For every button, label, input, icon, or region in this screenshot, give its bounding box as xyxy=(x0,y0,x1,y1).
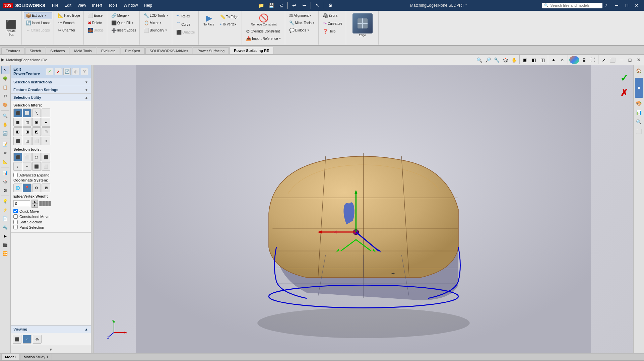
search-input[interactable] xyxy=(550,3,594,7)
lod-dd[interactable]: ▼ xyxy=(166,14,169,17)
lt-zoom-btn[interactable]: 🔍 xyxy=(1,112,9,120)
view-search-btn[interactable]: 🔎 xyxy=(484,56,492,64)
toolbar-btn-1[interactable]: 📁 xyxy=(257,1,265,10)
view-expand-btn[interactable]: ⛶ xyxy=(589,56,597,64)
view-transparent-btn[interactable]: ◎ xyxy=(33,335,42,344)
lt-motion-btn[interactable]: 🎬 xyxy=(1,241,9,249)
selection-instructions-header[interactable]: Selection Instructions ▼ xyxy=(11,78,91,86)
alignment-dd[interactable]: ▼ xyxy=(309,14,312,17)
view-close[interactable]: ✕ xyxy=(635,56,643,64)
toolbar-btn-3[interactable]: 🖨 xyxy=(277,1,285,10)
split-bar[interactable] xyxy=(91,65,94,353)
menu-insert[interactable]: Insert xyxy=(89,2,105,9)
to-edge-btn[interactable]: 📏 To Edge xyxy=(218,13,241,20)
view-left-btn[interactable]: ◫ xyxy=(538,56,546,64)
misc-dd[interactable]: ▼ xyxy=(312,21,315,24)
lt-analysis-btn[interactable]: 📊 xyxy=(1,169,9,177)
filter-body-btn[interactable]: ▣ xyxy=(32,118,41,127)
view-color-btn[interactable] xyxy=(569,56,579,64)
to-face-btn[interactable]: ▶ To Face xyxy=(201,12,217,27)
merge-dd[interactable]: ▼ xyxy=(127,14,130,17)
view-front-btn[interactable]: ▣ xyxy=(521,56,529,64)
tool-lasso-btn[interactable]: ◎ xyxy=(32,153,41,161)
filter-2-btn[interactable]: ◧ xyxy=(13,127,22,136)
view-back-btn[interactable]: ◧ xyxy=(530,56,538,64)
tab-model[interactable]: Model xyxy=(1,354,19,360)
filter-8-btn[interactable]: ⬜ xyxy=(32,137,41,145)
view-solid-btn[interactable]: ⬛ xyxy=(13,335,21,344)
lt-appearance-btn[interactable]: 🎨 xyxy=(1,101,9,109)
tool-ring-btn[interactable]: ⬜ xyxy=(42,162,50,171)
help-panel-btn[interactable]: ? xyxy=(81,68,88,75)
insert-loops-btn[interactable]: 🔄 Insert Loops xyxy=(24,19,52,26)
advanced-expand-cb[interactable] xyxy=(13,173,18,177)
filter-edge-btn[interactable]: ⬜ xyxy=(23,109,31,117)
menu-window[interactable]: Window xyxy=(121,2,141,9)
view-minimize[interactable]: ─ xyxy=(617,56,625,64)
lt-compare-btn[interactable]: ⚖ xyxy=(1,186,9,194)
tool-box-btn[interactable]: ⬜ xyxy=(23,153,31,161)
smooth-btn[interactable]: 〰 Smooth xyxy=(56,19,82,26)
maximize-btn[interactable]: □ xyxy=(622,2,631,9)
cancel-btn[interactable]: ✗ xyxy=(55,68,62,75)
mirror-dd[interactable]: ▼ xyxy=(159,21,162,24)
override-constraint-btn[interactable]: ⚙ Override Constraint xyxy=(244,28,283,35)
soft-selection-cb[interactable] xyxy=(13,220,18,224)
close-btn[interactable]: ✕ xyxy=(632,2,641,9)
bridge-btn[interactable]: 🌉 Bridge xyxy=(86,27,106,34)
viewing-header[interactable]: Viewing ▲ xyxy=(11,326,91,333)
menu-help[interactable]: Help xyxy=(141,2,155,9)
menu-tools[interactable]: Tools xyxy=(106,2,120,9)
quad-fill-btn[interactable]: ⬛ Quad Fill ▼ xyxy=(109,19,138,26)
chamfer-btn[interactable]: ✂ Chamfer xyxy=(56,27,82,34)
lt-config-btn[interactable]: ⚙ xyxy=(1,92,9,100)
tab-dimxpert[interactable]: DimXpert xyxy=(121,47,145,54)
lod-tools-btn[interactable]: 🔧 LOD Tools ▼ xyxy=(142,12,171,19)
erase-btn[interactable]: ⬜ Erase xyxy=(86,12,106,19)
curvature-btn[interactable]: 〜 Curvature xyxy=(321,19,344,27)
import-reference-btn[interactable]: 📥 Import Reference ▼ xyxy=(244,35,283,42)
lt-simulation-btn[interactable]: ▶ xyxy=(1,232,9,240)
lt-sheet-btn[interactable]: 📄 xyxy=(1,215,9,223)
view-right-top[interactable]: ↗ xyxy=(600,56,608,64)
tab-features[interactable]: Features xyxy=(1,47,24,54)
tool-grow-btn[interactable]: ↕ xyxy=(13,162,22,171)
menu-edit[interactable]: Edit xyxy=(62,2,74,9)
filter-7-btn[interactable]: ◫ xyxy=(23,137,31,145)
weight-down-btn[interactable]: ▼ xyxy=(31,204,38,208)
view-3d-btn[interactable]: 🎲 xyxy=(501,56,509,64)
tool-shrink-btn[interactable]: ↔ xyxy=(23,162,31,171)
filter-vertex-btn[interactable]: ⬛ xyxy=(13,109,22,117)
view-expand-full[interactable]: ⬜ xyxy=(608,56,617,64)
tab-sketch[interactable]: Sketch xyxy=(25,47,45,54)
rebuild-btn[interactable]: 🔄 xyxy=(63,68,71,75)
lt-property-btn[interactable]: 📋 xyxy=(1,83,9,91)
view-maximize[interactable]: □ xyxy=(626,56,634,64)
lt-weld-btn[interactable]: ⚡ xyxy=(1,206,9,214)
boundary-dd[interactable]: ▼ xyxy=(165,29,168,32)
lt-sketch-btn[interactable]: ✏ xyxy=(1,149,9,157)
zebra-btn[interactable]: 🦓 Zebra xyxy=(321,12,344,19)
edge-weight-input[interactable] xyxy=(13,200,30,207)
undo-btn[interactable]: ↩ xyxy=(290,1,299,10)
boundary-btn[interactable]: ⬜ Boundary ▼ xyxy=(142,27,171,34)
rp-btn-1[interactable]: 🏠 xyxy=(635,67,643,75)
redo-btn[interactable]: ↪ xyxy=(300,1,309,10)
extrude-dd[interactable]: ▼ xyxy=(44,14,47,17)
filter-3-btn[interactable]: ◨ xyxy=(23,127,31,136)
help-ribbon-btn[interactable]: ❓ Help xyxy=(321,28,344,35)
minimize-btn[interactable]: ─ xyxy=(612,2,621,9)
tool-paint-btn[interactable]: ⬛ xyxy=(42,153,50,161)
viewport-cancel-btn[interactable]: ✗ xyxy=(618,87,630,99)
view-display-btn[interactable]: 🖥 xyxy=(580,56,588,64)
lt-feature-tree-btn[interactable]: 🌳 xyxy=(1,75,9,83)
view-shaded-btn[interactable]: ● xyxy=(550,56,558,64)
filter-point-btn[interactable]: · xyxy=(42,109,50,117)
feature-creation-header[interactable]: Feature Creation Settings ▼ xyxy=(11,86,91,93)
lt-dim-btn[interactable]: 📐 xyxy=(1,158,9,166)
lt-render-btn[interactable]: 💡 xyxy=(1,197,9,205)
dialogs-dd[interactable]: ▼ xyxy=(307,29,310,32)
filter-6-btn[interactable]: ⬛ xyxy=(13,137,22,145)
paint-selection-cb[interactable] xyxy=(13,225,18,229)
constrained-move-cb[interactable] xyxy=(13,214,18,219)
